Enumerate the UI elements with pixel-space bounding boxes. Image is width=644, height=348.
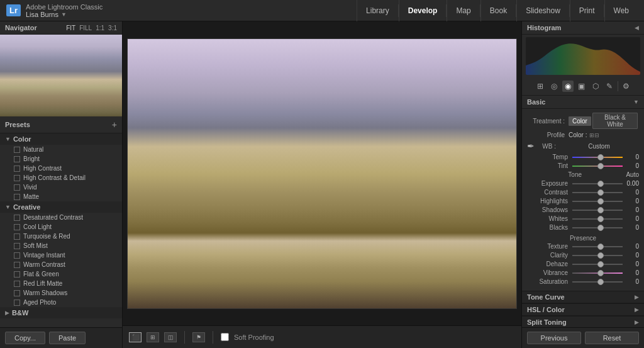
- list-item[interactable]: High Contrast & Detail: [0, 173, 122, 182]
- eyedropper-icon[interactable]: ✒: [527, 141, 535, 151]
- list-item[interactable]: Warm Contrast: [0, 260, 122, 269]
- dehaze-thumb[interactable]: [597, 261, 604, 267]
- list-item[interactable]: Aged Photo: [0, 298, 122, 307]
- chevron-down-icon: ▼: [5, 136, 11, 142]
- zoom-fit[interactable]: FIT: [66, 25, 75, 31]
- tint-thumb[interactable]: [597, 163, 604, 169]
- clarity-thumb[interactable]: [597, 252, 604, 259]
- user-dropdown-icon[interactable]: ▼: [61, 11, 67, 18]
- shadows-slider[interactable]: [572, 210, 623, 211]
- radial-filter-icon[interactable]: ⬡: [590, 81, 601, 92]
- saturation-slider-row: Saturation 0: [527, 278, 639, 285]
- tint-value: 0: [626, 162, 639, 169]
- histogram-collapse-icon[interactable]: ◀: [635, 25, 639, 31]
- dehaze-slider[interactable]: [572, 264, 623, 265]
- settings-icon[interactable]: ⚙: [621, 81, 632, 92]
- auto-button[interactable]: Auto: [626, 171, 639, 178]
- temp-slider[interactable]: [572, 157, 623, 158]
- zoom-3to1[interactable]: 3:1: [108, 25, 117, 31]
- crop-tool-icon[interactable]: ⊞: [535, 81, 546, 92]
- reset-button[interactable]: Reset: [585, 332, 639, 344]
- list-item[interactable]: Bright: [0, 154, 122, 164]
- profile-grid-icon[interactable]: ⊞⊟: [589, 132, 599, 138]
- exposure-slider[interactable]: [572, 183, 623, 184]
- center-area: ⬛ ⊞ ◫ ⚑ Soft Proofing: [123, 21, 521, 348]
- exposure-value: 0.00: [626, 180, 639, 187]
- highlights-thumb[interactable]: [597, 198, 604, 205]
- preset-group-creative-header[interactable]: ▼ Creative: [0, 201, 122, 213]
- blacks-thumb[interactable]: [597, 225, 604, 231]
- list-item[interactable]: Warm Shadows: [0, 288, 122, 298]
- zoom-1to1[interactable]: 1:1: [96, 25, 104, 31]
- bw-treatment-button[interactable]: Black & White: [592, 113, 638, 129]
- highlights-slider[interactable]: [572, 201, 623, 202]
- zoom-fill[interactable]: FILL: [79, 25, 92, 31]
- flag-icon[interactable]: ⚑: [192, 332, 205, 342]
- nav-library[interactable]: Library: [357, 0, 398, 21]
- list-item[interactable]: Natural: [0, 145, 122, 154]
- nav-print[interactable]: Print: [570, 0, 604, 21]
- nav-map[interactable]: Map: [447, 0, 479, 21]
- navigator-thumbnail[interactable]: [0, 35, 122, 116]
- presets-add-icon[interactable]: +: [112, 120, 117, 130]
- previous-button[interactable]: Previous: [527, 332, 581, 344]
- preset-group-color: ▼ Color Natural Bright High Contrast Hig…: [0, 133, 122, 201]
- adjustment-brush-icon[interactable]: ✎: [604, 81, 615, 92]
- list-item[interactable]: Vintage Instant: [0, 250, 122, 260]
- presets-header[interactable]: Presets +: [0, 116, 122, 133]
- tint-slider[interactable]: [572, 166, 623, 167]
- color-treatment-button[interactable]: Color: [569, 116, 591, 126]
- paste-button[interactable]: Paste: [49, 332, 86, 344]
- copy-button[interactable]: Copy...: [5, 332, 45, 344]
- list-item[interactable]: Desaturated Contrast: [0, 213, 122, 222]
- spot-removal-icon[interactable]: ◎: [548, 81, 560, 92]
- temp-thumb[interactable]: [597, 154, 604, 160]
- list-item[interactable]: Vivid: [0, 182, 122, 192]
- compare-view-icon[interactable]: ◫: [164, 332, 177, 342]
- list-item[interactable]: Soft Mist: [0, 241, 122, 250]
- soft-proofing-checkbox[interactable]: [221, 333, 229, 341]
- list-item[interactable]: High Contrast: [0, 164, 122, 173]
- contrast-slider[interactable]: [572, 192, 623, 193]
- nav-web[interactable]: Web: [604, 0, 638, 21]
- list-item[interactable]: Matte: [0, 192, 122, 201]
- nav-book[interactable]: Book: [480, 0, 516, 21]
- saturation-thumb[interactable]: [597, 279, 604, 285]
- hsl-color-section[interactable]: HSL / Color ▶: [522, 303, 644, 316]
- list-item[interactable]: Red Lift Matte: [0, 279, 122, 288]
- saturation-slider[interactable]: [572, 281, 623, 283]
- vibrance-thumb[interactable]: [597, 270, 604, 276]
- clarity-slider-row: Clarity 0: [527, 252, 639, 259]
- contrast-thumb[interactable]: [597, 189, 604, 196]
- loupe-view-icon[interactable]: ⬛: [129, 332, 142, 342]
- redeye-icon[interactable]: ◉: [562, 81, 574, 92]
- list-item[interactable]: Turquoise & Red: [0, 232, 122, 241]
- texture-thumb[interactable]: [597, 244, 604, 250]
- tone-curve-section[interactable]: Tone Curve ▶: [522, 291, 644, 303]
- preset-swatch-icon: [14, 194, 20, 200]
- vibrance-slider[interactable]: [572, 272, 623, 274]
- list-item[interactable]: Flat & Green: [0, 269, 122, 279]
- bottom-toolbar: ⬛ ⊞ ◫ ⚑ Soft Proofing: [123, 325, 521, 348]
- whites-thumb[interactable]: [597, 216, 604, 222]
- preset-swatch-icon: [14, 262, 20, 268]
- nav-slideshow[interactable]: Slideshow: [516, 0, 569, 21]
- exposure-thumb[interactable]: [597, 181, 604, 187]
- whites-slider[interactable]: [572, 218, 623, 220]
- soft-proofing-label: Soft Proofing: [234, 334, 274, 341]
- shadows-thumb[interactable]: [597, 207, 604, 213]
- basic-section-header[interactable]: Basic ▼: [522, 96, 644, 109]
- list-item[interactable]: Cool Light: [0, 222, 122, 232]
- clarity-slider[interactable]: [572, 255, 623, 256]
- preset-group-bw-header[interactable]: ▶ B&W: [0, 307, 122, 318]
- blacks-slider[interactable]: [572, 227, 623, 228]
- texture-slider[interactable]: [572, 246, 623, 247]
- highlights-value: 0: [626, 198, 639, 205]
- nav-develop[interactable]: Develop: [399, 0, 447, 21]
- app-title: Adobe Lightroom Classic: [26, 3, 103, 11]
- graduated-filter-icon[interactable]: ▣: [576, 81, 587, 92]
- split-toning-section[interactable]: Split Toning ▶: [522, 316, 644, 327]
- image-view[interactable]: [123, 21, 521, 325]
- preset-group-color-header[interactable]: ▼ Color: [0, 133, 122, 145]
- grid-view-icon[interactable]: ⊞: [147, 332, 159, 342]
